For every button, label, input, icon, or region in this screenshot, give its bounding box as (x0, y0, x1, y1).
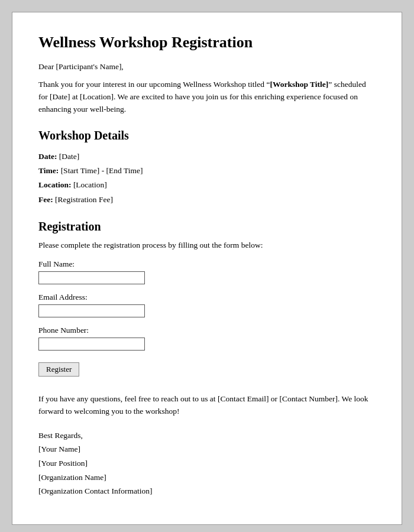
register-button[interactable]: Register (38, 362, 79, 377)
time-value: [Start Time] - [End Time] (59, 166, 143, 175)
contact-paragraph: If you have any questions, feel free to … (38, 393, 376, 418)
page-title: Wellness Workshop Registration (38, 34, 376, 51)
registration-section: Registration Please complete the registr… (38, 220, 376, 387)
email-input[interactable] (38, 304, 145, 317)
sign-off-line5: [Organization Contact Information] (38, 484, 376, 498)
time-label: Time: (38, 166, 59, 175)
time-row: Time: [Start Time] - [End Time] (38, 164, 376, 178)
page-container: Wellness Workshop Registration Dear [Par… (12, 12, 402, 525)
details-block: Date: [Date] Time: [Start Time] - [End T… (38, 150, 376, 207)
location-row: Location: [Location] (38, 178, 376, 192)
phone-group: Phone Number: (38, 326, 376, 351)
salutation: Dear [Participant's Name], (38, 62, 376, 72)
date-value: [Date] (57, 152, 79, 161)
registration-heading: Registration (38, 220, 376, 233)
phone-input[interactable] (38, 338, 145, 351)
full-name-input[interactable] (38, 271, 145, 284)
location-label: Location: (38, 180, 72, 189)
location-value: [Location] (72, 180, 107, 189)
sign-off-line4: [Organization Name] (38, 471, 376, 485)
email-group: Email Address: (38, 293, 376, 317)
date-row: Date: [Date] (38, 150, 376, 164)
fee-label: Fee: (38, 195, 53, 204)
sign-off-line2: [Your Name] (38, 442, 376, 456)
workshop-details-heading: Workshop Details (38, 129, 376, 142)
phone-label: Phone Number: (38, 326, 376, 335)
intro-paragraph: Thank you for your interest in our upcom… (38, 79, 376, 116)
sign-off-line3: [Your Position] (38, 456, 376, 471)
full-name-label: Full Name: (38, 259, 376, 269)
full-name-group: Full Name: (38, 259, 376, 284)
date-label: Date: (38, 152, 57, 161)
sign-off-line1: Best Regards, (38, 429, 376, 443)
fee-value: [Registration Fee] (53, 195, 113, 204)
registration-intro: Please complete the registration process… (38, 241, 376, 250)
sign-off: Best Regards, [Your Name] [Your Position… (38, 429, 376, 498)
fee-row: Fee: [Registration Fee] (38, 193, 376, 207)
workshop-title-bold: [Workshop Title] (270, 80, 328, 89)
email-label: Email Address: (38, 293, 376, 302)
